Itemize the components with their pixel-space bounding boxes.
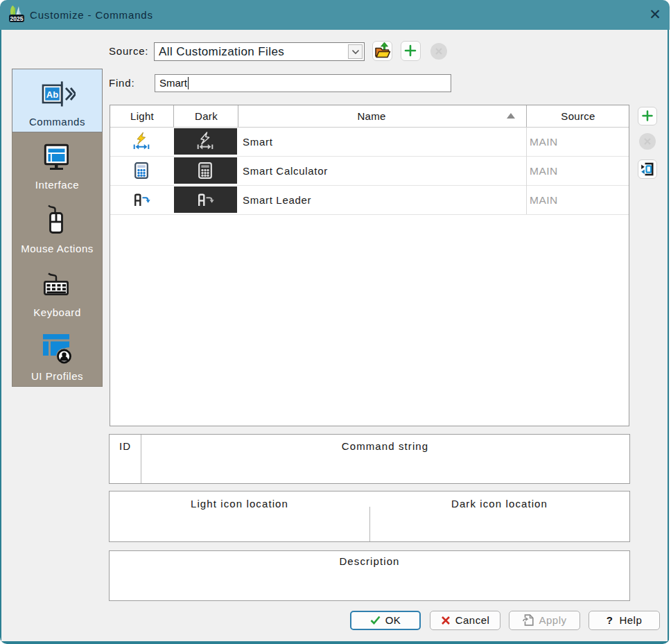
svg-text:2025: 2025 (10, 15, 24, 22)
svg-text:Ab: Ab (46, 89, 58, 100)
